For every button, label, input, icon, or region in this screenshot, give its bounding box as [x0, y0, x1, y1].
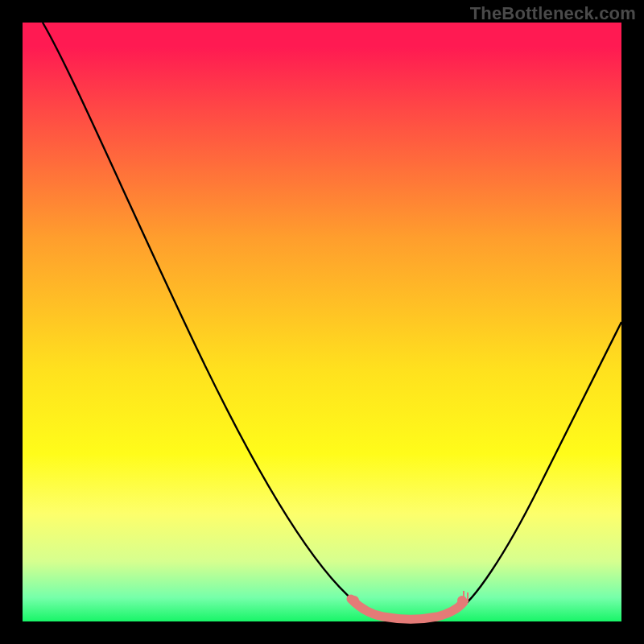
- plot-area: [23, 23, 621, 621]
- highlight-dot-right: [457, 596, 467, 605]
- curve-layer: [23, 23, 621, 621]
- highlight-dot-left: [349, 596, 359, 605]
- curve-highlight: [351, 599, 464, 619]
- bottleneck-curve: [43, 23, 621, 619]
- chart-frame: TheBottleneck.com: [0, 0, 644, 644]
- watermark-text: TheBottleneck.com: [470, 3, 636, 24]
